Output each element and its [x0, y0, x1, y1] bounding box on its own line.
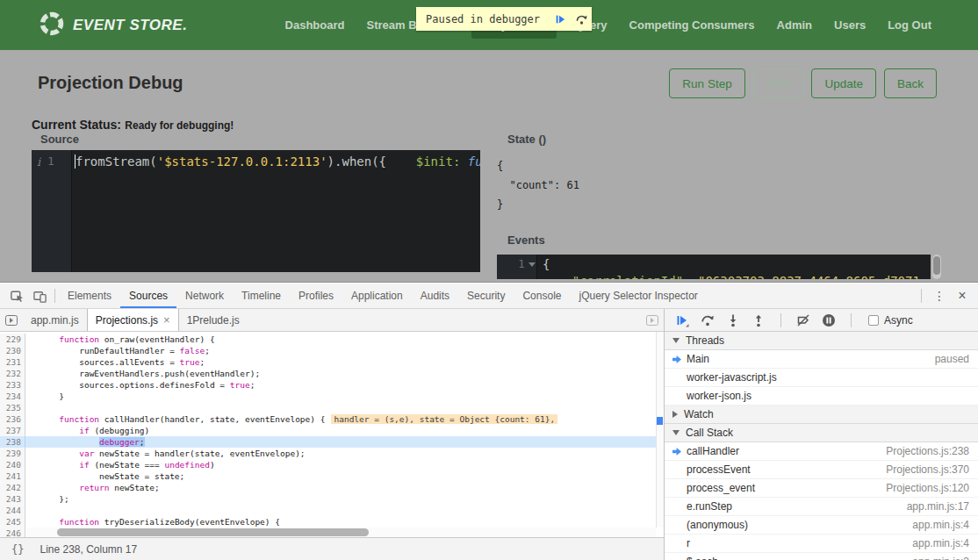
gutter-line-number[interactable]: 235: [0, 402, 25, 413]
tab-profiles[interactable]: Profiles: [290, 284, 342, 308]
gutter-line-number[interactable]: 245: [0, 516, 25, 528]
source-location-link[interactable]: Projections.js:370: [877, 463, 969, 476]
call-stack-row-anonymous[interactable]: (anonymous)app.min.js:4: [665, 516, 978, 535]
tab-jquery-selector-inspector[interactable]: jQuery Selector Inspector: [570, 284, 706, 308]
file-tab-projections-js[interactable]: Projections.js×: [87, 309, 179, 331]
resume-icon[interactable]: [550, 7, 571, 31]
nav-item-log-out[interactable]: Log Out: [883, 11, 936, 39]
code-line-239[interactable]: 239 var newState = handler(state, eventE…: [0, 448, 664, 459]
update-button[interactable]: Update: [811, 68, 876, 98]
source-editor[interactable]: i 1 fromStream('$stats-127.0.0.1:2113').…: [32, 150, 480, 272]
code-line-232[interactable]: 232 rawEventHandlers.push(eventHandler);: [0, 368, 664, 379]
close-devtools-icon[interactable]: ×: [953, 288, 971, 304]
device-toolbar-icon[interactable]: [28, 284, 51, 308]
gutter-line-number[interactable]: 239: [0, 448, 25, 459]
gutter-line-number[interactable]: 232: [0, 368, 25, 379]
gutter-line-number[interactable]: 243: [0, 493, 25, 505]
step-out-icon[interactable]: [751, 313, 766, 327]
file-tab-1prelude-js[interactable]: 1Prelude.js: [179, 309, 248, 331]
events-editor[interactable]: 1 { "correlationId": "06303703-8837-4464…: [497, 255, 931, 279]
nav-item-dashboard[interactable]: Dashboard: [281, 11, 349, 39]
fold-arrow-icon[interactable]: [529, 262, 536, 267]
gutter-line-number[interactable]: 237: [0, 425, 25, 436]
code-line-233[interactable]: 233 sources.options.definesFold = true;: [0, 379, 664, 391]
gutter-line-number[interactable]: 233: [0, 379, 25, 391]
code-line-245[interactable]: 245 function tryDeserializeBody(eventEnv…: [0, 516, 664, 528]
step-over-icon[interactable]: [571, 7, 592, 31]
close-tab-icon[interactable]: ×: [163, 313, 170, 327]
gutter-line-number[interactable]: 240: [0, 459, 25, 470]
code-vertical-scrollbar[interactable]: [656, 332, 664, 528]
gutter-line-number[interactable]: 246: [0, 528, 25, 537]
threads-row-worker-json-js[interactable]: worker-json.js: [665, 387, 978, 406]
code-line-244[interactable]: 244: [0, 505, 664, 516]
tab-timeline[interactable]: Timeline: [233, 284, 290, 308]
nav-item-users[interactable]: Users: [830, 11, 870, 39]
back-button[interactable]: Back: [884, 68, 937, 98]
more-menu-icon[interactable]: ⋮: [931, 289, 948, 303]
gutter-line-number[interactable]: 236: [0, 413, 25, 425]
call-stack-row-each[interactable]: $.eachapp.min.js:3: [665, 553, 978, 560]
nav-item-admin[interactable]: Admin: [773, 11, 816, 39]
gutter-line-number[interactable]: 241: [0, 470, 25, 482]
section-header-call-stack[interactable]: Call Stack: [665, 424, 978, 442]
deactivate-breakpoints-icon[interactable]: [796, 313, 810, 327]
tab-console[interactable]: Console: [514, 284, 570, 308]
brand[interactable]: EVENT STORE.: [39, 11, 187, 40]
call-stack-row-r[interactable]: rapp.min.js:4: [665, 535, 978, 553]
gutter-line-number[interactable]: 234: [0, 391, 25, 402]
code-horizontal-scrollbar[interactable]: [26, 528, 656, 537]
call-stack-row-processevent[interactable]: processEventProjections.js:370: [665, 461, 978, 479]
code-line-231[interactable]: 231 sources.allEvents = true;: [0, 356, 664, 368]
code-line-237[interactable]: 237 if (debugging): [0, 425, 664, 436]
file-tab-app-min-js[interactable]: app.min.js: [23, 309, 87, 331]
code-line-241[interactable]: 241 newState = state;: [0, 470, 664, 482]
stop-button[interactable]: Stop: [753, 68, 804, 98]
tab-elements[interactable]: Elements: [59, 284, 120, 308]
call-stack-row-process-event[interactable]: process_eventProjections.js:120: [665, 479, 978, 498]
code-line-242[interactable]: 242 return newState;: [0, 482, 664, 493]
code-line-229[interactable]: 229 function on_raw(eventHandler) {: [0, 334, 664, 345]
gutter-line-number[interactable]: 238: [0, 436, 25, 448]
horizontal-scrollbar-thumb[interactable]: [57, 528, 369, 536]
code-line-240[interactable]: 240 if (newState === undefined): [0, 459, 664, 470]
resume-script-icon[interactable]: [675, 313, 689, 327]
threads-row-main[interactable]: Mainpaused: [665, 350, 978, 369]
gutter-line-number[interactable]: 229: [0, 334, 25, 345]
call-stack-row-e-runstep[interactable]: e.runStepapp.min.js:17: [665, 498, 978, 516]
events-scrollbar[interactable]: [932, 255, 941, 279]
inspect-element-icon[interactable]: [5, 284, 28, 308]
tab-audits[interactable]: Audits: [412, 284, 458, 308]
code-line-234[interactable]: 234 }: [0, 391, 664, 402]
gutter-line-number[interactable]: 244: [0, 505, 25, 516]
tab-application[interactable]: Application: [342, 284, 412, 308]
step-into-icon[interactable]: [726, 313, 740, 327]
events-scrollbar-thumb[interactable]: [933, 256, 940, 275]
call-stack-row-callhandler[interactable]: callHandlerProjections.js:238: [665, 442, 978, 461]
code-editor[interactable]: 229 function on_raw(eventHandler) {230 r…: [0, 332, 664, 537]
tab-security[interactable]: Security: [458, 284, 514, 308]
gutter-line-number[interactable]: 231: [0, 356, 25, 368]
code-line-230[interactable]: 230 runDefaultHandler = false;: [0, 345, 664, 356]
code-line-235[interactable]: 235: [0, 402, 664, 413]
source-location-link[interactable]: app.min.js:4: [903, 519, 969, 531]
source-location-link[interactable]: Projections.js:238: [877, 445, 969, 457]
section-header-watch[interactable]: Watch: [665, 406, 978, 424]
code-line-243[interactable]: 243 };: [0, 493, 664, 505]
pretty-print-icon[interactable]: {}: [11, 543, 24, 556]
show-navigator-icon[interactable]: [0, 309, 23, 331]
async-checkbox[interactable]: [868, 315, 879, 326]
pause-on-exceptions-icon[interactable]: [822, 313, 836, 327]
step-over-icon[interactable]: [701, 313, 715, 327]
run-step-button[interactable]: Run Step: [669, 68, 744, 98]
section-header-threads[interactable]: Threads: [665, 332, 978, 350]
source-location-link[interactable]: Projections.js:120: [877, 482, 969, 494]
show-editor-panel-icon[interactable]: [641, 309, 664, 331]
source-location-link[interactable]: app.min.js:3: [903, 556, 969, 560]
source-location-link[interactable]: app.min.js:4: [903, 537, 969, 549]
source-location-link[interactable]: app.min.js:17: [898, 500, 969, 513]
code-line-238[interactable]: 238 debugger;: [0, 436, 664, 448]
tab-network[interactable]: Network: [176, 284, 233, 308]
gutter-line-number[interactable]: 242: [0, 482, 25, 493]
code-line-236[interactable]: 236 function callHandler(handler, state,…: [0, 413, 664, 425]
